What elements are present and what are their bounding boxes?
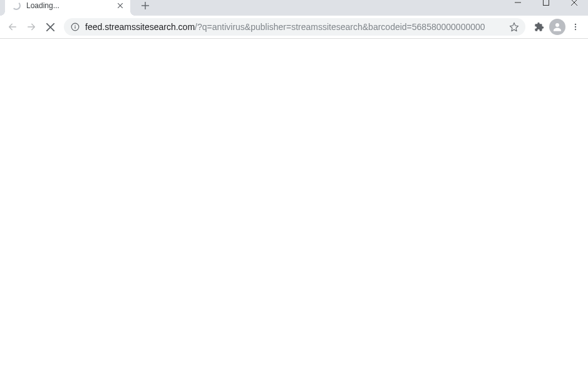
stop-button[interactable] <box>41 18 59 36</box>
toolbar: feed.streamssitesearch.com/?q=antivirus&… <box>0 16 588 39</box>
svg-point-12 <box>75 25 75 26</box>
tab-strip: Loading... <box>0 0 588 16</box>
profile-avatar-icon[interactable] <box>549 19 565 35</box>
menu-icon[interactable] <box>567 18 584 36</box>
maximize-button[interactable] <box>532 0 560 9</box>
svg-point-15 <box>575 26 576 28</box>
svg-point-16 <box>575 29 576 30</box>
minimize-button[interactable] <box>503 0 532 9</box>
svg-rect-1 <box>543 0 549 6</box>
svg-point-14 <box>575 24 576 25</box>
svg-point-13 <box>555 23 559 27</box>
bookmark-star-icon[interactable] <box>509 22 519 32</box>
close-tab-button[interactable] <box>115 1 125 11</box>
back-button[interactable] <box>4 18 21 36</box>
site-info-icon[interactable] <box>70 22 80 32</box>
address-bar[interactable]: feed.streamssitesearch.com/?q=antivirus&… <box>64 18 525 36</box>
tab-title: Loading... <box>26 1 110 10</box>
close-window-button[interactable] <box>560 0 588 9</box>
forward-button[interactable] <box>23 18 40 36</box>
loading-spinner-icon <box>11 1 21 11</box>
browser-tab[interactable]: Loading... <box>5 0 130 16</box>
url-text: feed.streamssitesearch.com/?q=antivirus&… <box>85 22 504 32</box>
extensions-icon[interactable] <box>530 18 548 36</box>
page-content <box>0 39 588 363</box>
url-path: /?q=antivirus&publisher=streamssitesearc… <box>195 22 485 32</box>
new-tab-button[interactable] <box>137 0 154 14</box>
url-host: feed.streamssitesearch.com <box>85 22 195 32</box>
window-controls <box>503 0 588 11</box>
